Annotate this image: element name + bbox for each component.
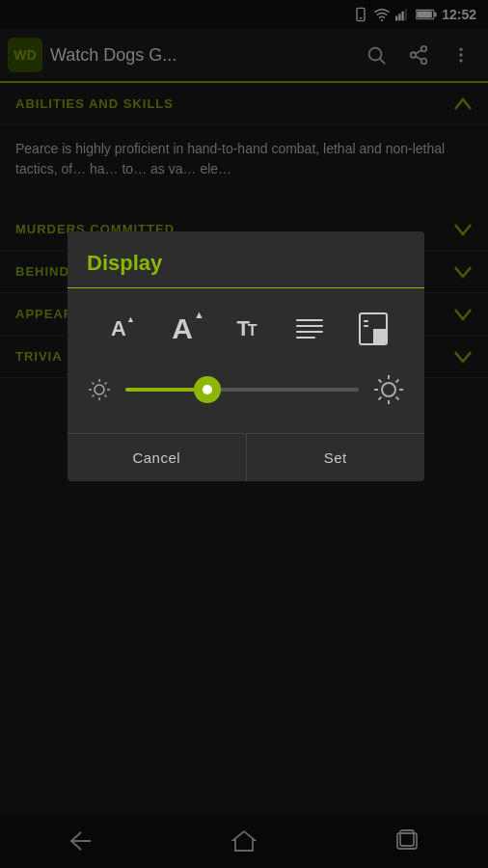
svg-line-25 xyxy=(93,383,95,385)
typeface-button[interactable]: TT xyxy=(222,308,270,350)
set-button[interactable]: Set xyxy=(247,434,425,481)
brightness-slider-thumb[interactable] xyxy=(194,376,221,403)
brightness-slider[interactable] xyxy=(125,388,359,392)
brightness-row xyxy=(87,373,405,406)
svg-point-20 xyxy=(95,385,104,394)
font-shrink-button[interactable]: A▲ xyxy=(95,308,143,350)
font-shrink-icon: A▲ xyxy=(111,316,126,341)
svg-line-35 xyxy=(396,397,399,400)
dialog-title: Display xyxy=(68,231,424,288)
align-icon xyxy=(296,319,323,339)
svg-line-28 xyxy=(93,395,95,397)
svg-point-29 xyxy=(382,383,395,396)
font-grow-icon: A▲ xyxy=(172,312,193,345)
align-button[interactable] xyxy=(285,308,334,350)
typeface-icon: TT xyxy=(236,316,255,341)
svg-line-34 xyxy=(379,380,382,383)
svg-line-26 xyxy=(105,395,107,397)
theme-button[interactable] xyxy=(349,308,397,350)
display-dialog: Display A▲ A▲ TT xyxy=(68,231,424,481)
brightness-min-icon xyxy=(87,377,112,402)
font-controls-row: A▲ A▲ TT xyxy=(87,308,405,350)
brightness-max-icon xyxy=(372,373,405,406)
svg-line-36 xyxy=(396,380,399,383)
theme-icon xyxy=(359,312,388,345)
dialog-buttons: Cancel Set xyxy=(68,433,424,481)
cancel-button[interactable]: Cancel xyxy=(68,434,247,481)
slider-thumb-inner xyxy=(203,385,212,394)
dialog-content: A▲ A▲ TT xyxy=(68,288,424,433)
svg-line-27 xyxy=(105,383,107,385)
font-grow-button[interactable]: A▲ xyxy=(158,308,206,350)
svg-line-37 xyxy=(379,397,382,400)
